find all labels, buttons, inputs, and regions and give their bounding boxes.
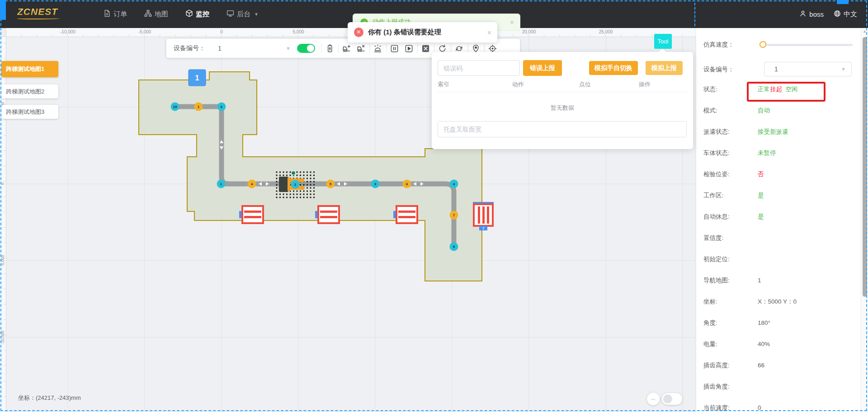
- mini-toggle[interactable]: [662, 393, 682, 405]
- field-value: 66: [758, 362, 764, 369]
- path-node-1[interactable]: 1: [194, 103, 203, 111]
- cursor-coordinate-readout: 坐标：(24217, -243)mm: [18, 394, 81, 402]
- path-node-6[interactable]: 6: [403, 180, 411, 188]
- map-tab-1[interactable]: 跨梯测试地图1: [1, 61, 58, 77]
- status-field-派遣状态: 派遣状态:接受新派遣: [703, 128, 788, 136]
- alarm-icon[interactable]: [371, 42, 385, 55]
- device-select-label: 设备编号：: [703, 66, 758, 74]
- tool-button[interactable]: Tool: [654, 34, 672, 49]
- status-field-插齿高度: 插齿高度:66: [703, 361, 764, 370]
- toolbar-separator: [434, 44, 434, 53]
- status-field-插齿角度: 插齿角度:: [703, 383, 758, 391]
- path-node-4[interactable]: 4: [450, 180, 458, 188]
- nav-item-订单[interactable]: 订单: [103, 9, 127, 19]
- nav-item-后台[interactable]: 后台▼: [226, 9, 259, 19]
- path-node-5[interactable]: 5: [450, 243, 458, 251]
- status-field-电量: 电量:40%: [703, 340, 770, 348]
- play-icon[interactable]: [402, 42, 416, 55]
- device-marker[interactable]: 1: [189, 70, 206, 86]
- field-value: 接受新派遣: [758, 128, 788, 135]
- toolbar-separator: [467, 44, 468, 53]
- device-toggle[interactable]: [297, 44, 315, 53]
- svg-text:19: 19: [173, 105, 177, 109]
- backend-icon: [226, 9, 234, 19]
- path-node-5[interactable]: 5: [326, 180, 335, 188]
- device-number-value[interactable]: 1: [218, 45, 286, 52]
- close-icon[interactable]: ✕: [509, 19, 514, 26]
- svg-text:3: 3: [374, 182, 377, 186]
- device-number-label: 设备编号：: [174, 44, 205, 52]
- svg-text:4: 4: [251, 182, 253, 186]
- user-icon: [799, 10, 807, 19]
- map-icon: [144, 9, 152, 19]
- collapse-button[interactable]: ︿: [647, 393, 660, 405]
- language-menu[interactable]: 中文: [834, 10, 857, 19]
- status-field-车体状态: 车体状态:未暂停: [703, 149, 776, 157]
- rack-station-3[interactable]: [393, 206, 417, 223]
- close-icon[interactable]: ✕: [487, 29, 492, 36]
- brand-logo[interactable]: ZCNEST: [17, 6, 67, 19]
- vertical-scrollbar[interactable]: ▲: [861, 28, 868, 412]
- error-code-input[interactable]: [438, 60, 520, 76]
- mini-toggle-knob: [663, 394, 672, 403]
- forklift-remove-icon[interactable]: [354, 42, 368, 55]
- svg-text:1: 1: [195, 74, 199, 82]
- path-node-4[interactable]: 4: [248, 180, 256, 188]
- field-value: 180°: [758, 319, 770, 326]
- ruler-label: 0: [220, 29, 223, 34]
- ruler-label: 5,000: [292, 29, 304, 34]
- field-label: 置信度:: [703, 234, 758, 242]
- ruler-label: -10,000: [0, 331, 5, 345]
- report-error-button[interactable]: 错误上报: [523, 60, 562, 76]
- field-label: 自动休息:: [703, 213, 758, 221]
- field-value: 40%: [758, 341, 770, 347]
- scroll-up-icon[interactable]: ▲: [861, 29, 868, 33]
- path-node-19[interactable]: 19: [171, 103, 179, 111]
- user-menu[interactable]: boss: [799, 10, 824, 19]
- table-divider: [438, 92, 687, 92]
- error-popover-panel: 错误上报 模拟手自切换 模拟上报 索引动作点位操作 暂无数据: [432, 52, 693, 149]
- nav-item-监控[interactable]: 监控: [185, 9, 209, 19]
- svg-text:2: 2: [294, 183, 297, 187]
- field-value: 否: [758, 171, 764, 178]
- device-select-value: 1: [774, 66, 778, 73]
- toolbar-separator: [369, 44, 370, 53]
- toolbar-separator: [417, 44, 418, 53]
- scrollbar-thumb[interactable]: [863, 37, 867, 297]
- path-node-6[interactable]: 6: [217, 103, 226, 111]
- device-select[interactable]: 1 ▼: [764, 62, 852, 76]
- rack-station-1[interactable]: [239, 206, 263, 223]
- table-header-索引: 索引: [438, 80, 512, 89]
- map-tab-3[interactable]: 跨梯测试地图3: [1, 105, 58, 119]
- rack-station-4[interactable]: 7: [473, 202, 494, 230]
- sim-speed-slider[interactable]: [760, 44, 853, 46]
- status-field-检验位姿: 检验位姿:否: [703, 170, 764, 178]
- chevron-down-icon[interactable]: ▼: [286, 46, 291, 51]
- nav-item-地图[interactable]: 地图: [144, 9, 168, 19]
- path-node-3[interactable]: 3: [371, 180, 380, 188]
- floor-polygon[interactable]: [139, 72, 482, 281]
- ruler-label: 25,000: [599, 29, 613, 34]
- toolbar-separator: [321, 44, 322, 53]
- field-value: 0: [758, 404, 761, 411]
- svg-text:7: 7: [482, 226, 484, 230]
- map-tab-2[interactable]: 跨梯测试地图2: [1, 84, 58, 98]
- ruler-label: -5,000: [0, 255, 5, 267]
- path-node-7[interactable]: 7: [450, 211, 458, 220]
- pause-icon[interactable]: [387, 42, 402, 55]
- rack-station-2[interactable]: [315, 206, 339, 223]
- field-label: 坐标:: [703, 298, 758, 306]
- manual-auto-switch-button[interactable]: 模拟手自切换: [589, 61, 638, 75]
- slider-knob[interactable]: [760, 41, 766, 48]
- forklift-add-icon[interactable]: [340, 42, 354, 55]
- battery-icon[interactable]: [323, 42, 337, 55]
- pallet-width-input[interactable]: [438, 121, 687, 137]
- simulate-report-button[interactable]: 模拟上报: [646, 61, 683, 75]
- cancel-square-icon[interactable]: [419, 42, 433, 55]
- user-name: boss: [809, 10, 824, 18]
- status-field-置信度: 置信度:: [703, 234, 758, 242]
- toolbar-separator: [484, 44, 485, 53]
- monitor-cube-icon: [185, 9, 193, 19]
- path-node-1[interactable]: 1: [217, 180, 226, 188]
- path-node-2[interactable]: 2: [291, 180, 300, 189]
